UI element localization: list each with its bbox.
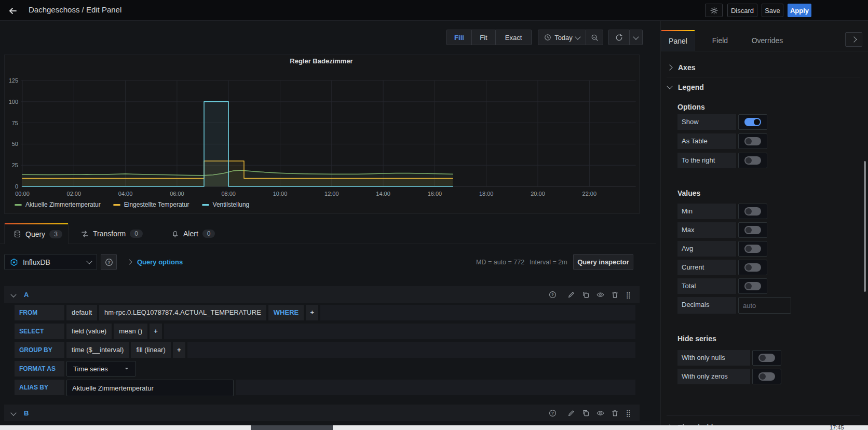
options-pane-scrollbar[interactable] [864,161,866,292]
max-toggle[interactable] [738,222,767,238]
refresh-interval-dropdown[interactable] [629,30,643,45]
legend-label: Aktuelle Zimmertemperatur [25,201,101,208]
series-swatch [202,204,209,206]
from-policy-segment[interactable]: default [66,305,97,320]
back-button[interactable] [6,4,20,18]
legend-item[interactable]: Ventilstellung [202,201,250,208]
with-only-nulls-label: With only nulls [677,350,750,366]
from-measurement-segment[interactable]: hm-rpc.0.LEQ1078787.4.ACTUAL_TEMPERATURE [99,305,266,320]
section-divider [667,77,860,77]
duplicate-copy-icon[interactable] [582,291,590,299]
min-toggle[interactable] [738,204,767,219]
section-divider [667,415,860,416]
trash-icon[interactable] [611,291,619,299]
total-toggle[interactable] [738,278,767,294]
edit-pencil-icon[interactable] [567,291,575,299]
zoom-out-time-button[interactable] [586,30,603,45]
options-tab-field[interactable]: Field [704,30,736,51]
select-field-segment[interactable]: field (value) [66,324,112,339]
alias-by-input[interactable] [66,380,234,396]
hide-row-zeros: With only zeros [677,369,781,384]
help-circle-icon[interactable]: ? [549,291,557,299]
svg-text:75: 75 [12,120,18,126]
to-the-right-toggle[interactable] [738,153,767,168]
avg-label: Avg [677,241,736,257]
collapse-query-b-icon[interactable] [10,410,16,415]
edit-pencil-icon[interactable] [567,409,575,417]
refresh-icon [615,34,623,42]
refresh-button[interactable] [608,30,629,45]
duplicate-copy-icon[interactable] [582,409,590,417]
chevron-down-icon [86,258,92,264]
interval-readout: Interval = 2m [530,259,567,266]
save-button[interactable]: Save [762,4,783,17]
as-table-toggle[interactable] [738,133,767,149]
discard-button[interactable]: Discard [727,4,757,17]
query-b-refid: B [24,409,29,417]
query-inspector-button[interactable]: Query inspector [573,254,633,270]
chevron-right-icon[interactable] [127,260,132,265]
datasource-help-button[interactable]: ? [101,254,117,270]
collapse-query-a-icon[interactable] [10,291,16,297]
tab-transform[interactable]: Transform 0 [81,223,143,244]
row-filler [236,380,635,395]
avg-toggle[interactable] [738,241,767,257]
total-label: Total [677,278,736,294]
with-only-nulls-toggle[interactable] [752,350,781,366]
axes-section-toggle[interactable]: Axes [668,58,860,77]
options-tab-panel[interactable]: Panel [661,30,695,51]
options-tab-panel-label: Panel [661,31,695,50]
query-a-format-row: FORMAT AS Time series [15,361,635,377]
eye-icon[interactable] [596,409,604,417]
tab-query[interactable]: Query 3 [4,223,69,244]
trash-icon[interactable] [611,409,619,417]
grafana-edit-panel-screen: Dachgeschoss / Edit Panel Discard Save A… [0,0,868,430]
select-agg-segment[interactable]: mean () [114,324,147,339]
taskbar-strip[interactable]: 17:45 [0,425,868,430]
time-range-button[interactable]: Today [538,30,586,45]
tab-alert[interactable]: Alert 0 [171,223,215,244]
timeseries-chart[interactable]: 00:0002:0004:0006:0008:0010:0012:0014:00… [5,55,639,200]
query-options-toggle[interactable]: Query options [137,258,183,266]
legend-item[interactable]: Eingestellte Temperatur [113,201,189,208]
datasource-name: InfluxDB [23,258,83,266]
legend-item[interactable]: Aktuelle Zimmertemperatur [15,201,101,208]
help-circle-icon[interactable]: ? [549,409,557,417]
query-a-refid: A [24,291,29,299]
add-condition-button[interactable]: + [306,305,318,320]
svg-text:0: 0 [15,183,18,190]
collapse-pane-button[interactable] [845,32,862,47]
drag-handle-icon[interactable]: ⣿ [626,409,630,417]
groupby-fill-segment[interactable]: fill (linear) [131,342,170,358]
groupby-time-segment[interactable]: time ($__interval) [66,342,129,358]
query-a-groupby-row: GROUP BY time ($__interval) fill (linear… [15,342,635,358]
with-only-zeros-toggle[interactable] [752,369,781,384]
drag-handle-icon[interactable]: ⣿ [626,291,630,299]
decimals-input[interactable] [738,297,791,314]
datasource-picker[interactable]: InfluxDB [4,254,97,270]
value-row-max: Max [677,222,767,238]
apply-button[interactable]: Apply [788,4,811,17]
add-select-button[interactable]: + [150,324,162,339]
gear-icon [710,7,718,15]
legend-options-title: Options [677,103,705,111]
current-toggle[interactable] [738,260,767,275]
where-keyword-segment[interactable]: WHERE [268,305,304,320]
eye-icon[interactable] [596,291,604,299]
fit-button[interactable]: Fit [471,30,495,45]
panel-settings-button[interactable] [705,4,723,17]
option-row-as-table: As Table [677,133,767,149]
time-range-group: Today [538,30,603,45]
show-toggle[interactable] [738,114,767,130]
format-as-dropdown[interactable]: Time series [66,361,136,377]
add-groupby-button[interactable]: + [173,342,185,358]
toggle-pill [744,156,761,165]
taskbar-app-segment[interactable] [251,425,333,430]
decimals-label: Decimals [677,297,736,314]
fill-button[interactable]: Fill [446,30,471,45]
options-tab-overrides[interactable]: Overrides [743,30,791,51]
legend-section-toggle[interactable]: Legend [668,78,860,97]
query-a-header[interactable]: A ? ⣿ [4,286,640,303]
query-b-header[interactable]: B ? ⣿ [4,405,640,421]
exact-button[interactable]: Exact [495,30,532,45]
